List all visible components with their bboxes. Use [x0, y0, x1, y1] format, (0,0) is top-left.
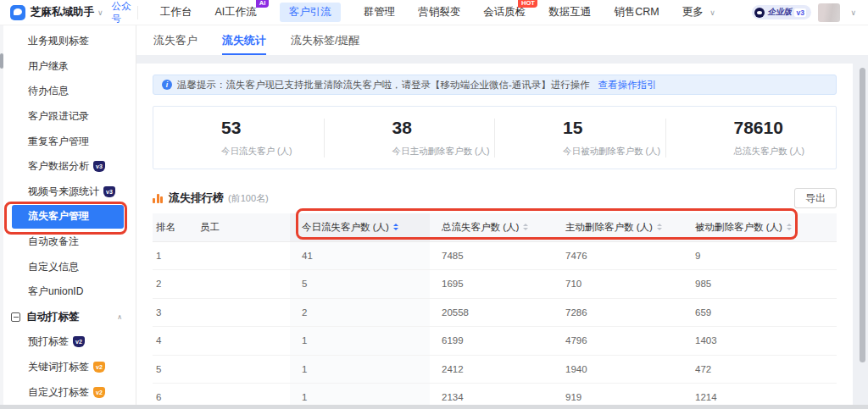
nav-item-workbench[interactable]: 工作台: [160, 5, 192, 19]
collapse-chevron-up-icon[interactable]: ∧: [117, 313, 122, 321]
sidebar-item-churned-customer-management-wrap: 流失客户管理: [0, 204, 136, 229]
nav-item-marketing-fission[interactable]: 营销裂变: [418, 5, 460, 19]
table-row: 1 41 7485 7476 9: [153, 242, 837, 271]
sort-carets-icon[interactable]: [787, 221, 792, 233]
cell-rank: 4: [153, 335, 188, 345]
stat-today-passive-deleted: 15 今日被动删除客户数 (人): [495, 118, 665, 158]
sidebar-item-auto-remark[interactable]: 自动改备注: [0, 229, 136, 255]
sidebar-item-keyword-tagging[interactable]: 关键词打标签v2: [0, 355, 136, 380]
cell-active-del: 7476: [554, 251, 683, 261]
nav-item-sales-crm[interactable]: 销售CRM: [614, 5, 659, 19]
cell-passive-del: 985: [683, 279, 837, 289]
header-passive-deleted-sortable[interactable]: 被动删除客户数 (人): [683, 221, 837, 234]
sidebar-item-pre-tagging[interactable]: 预打标签v2: [0, 329, 136, 355]
sidebar-scrollbar-thumb[interactable]: [0, 53, 3, 69]
v3-badge-icon: v3: [93, 161, 105, 172]
sidebar-item-business-rule-tags[interactable]: 业务规则标签: [0, 29, 136, 54]
ranking-subtitle: (前100名): [228, 192, 269, 205]
ranking-table: 排名 员工 今日流失客户数 (人) 总流失客户数 (人) 主动删除客户数 (人)…: [153, 213, 837, 406]
plan-badge: 企业版 v3: [752, 5, 811, 19]
cell-active-del: 7286: [554, 307, 683, 318]
section-icon: [11, 312, 20, 322]
stat-value: 38: [392, 118, 495, 138]
sidebar-item-custom-tagging[interactable]: 自定义打标签v2: [0, 379, 136, 405]
nav-item-chat-inspection[interactable]: 会话质检HOT: [483, 5, 526, 19]
sidebar-item-duplicate-customers[interactable]: 重复客户管理: [0, 129, 136, 154]
tab-churned-customers[interactable]: 流失客户: [153, 25, 198, 55]
header-total-churned-sortable[interactable]: 总流失客户数 (人): [430, 221, 554, 234]
header-rank: 排名: [153, 221, 188, 234]
ranking-section-header: 流失排行榜 (前100名) 导出: [153, 187, 837, 209]
user-chevron-down-icon[interactable]: ∨: [850, 8, 856, 17]
sidebar-item-user-inheritance[interactable]: 用户继承: [0, 54, 136, 80]
ai-badge: AI: [256, 0, 269, 8]
ranking-title: 流失排行榜: [169, 191, 224, 206]
sidebar-item-followup-records[interactable]: 客户跟进记录: [0, 104, 136, 130]
cell-total: 6199: [430, 335, 554, 345]
cell-total: 2412: [430, 364, 554, 374]
stat-label: 今日流失客户 (人): [221, 146, 324, 158]
cell-active-del: 710: [554, 279, 683, 289]
sort-carets-icon[interactable]: [523, 221, 528, 233]
header-today-churned-sortable[interactable]: 今日流失客户数 (人): [290, 213, 430, 241]
sort-carets-icon[interactable]: [657, 221, 662, 233]
main-scrollbar-thumb[interactable]: [860, 68, 865, 362]
header-active-deleted-sortable[interactable]: 主动删除客户数 (人): [554, 221, 683, 234]
cell-active-del: 1940: [554, 364, 683, 374]
tab-churn-statistics[interactable]: 流失统计: [222, 25, 266, 55]
nav-item-data-interchange[interactable]: 数据互通: [548, 5, 591, 19]
plan-version-badge: v3: [794, 8, 806, 17]
nav-item-customer-acquisition[interactable]: 客户引流: [280, 3, 341, 22]
stats-summary-card: 53 今日流失客户 (人) 38 今日主动删除客户数 (人) 15 今日被动删除…: [153, 106, 837, 169]
brand-chevron-down-icon[interactable]: ∨: [97, 8, 103, 17]
sidebar-scrollbar-track[interactable]: [0, 25, 3, 409]
main-content-area: 流失客户 流失统计 流失标签/提醒 i 温馨提示：流失客户现已支持批量清除流失客…: [136, 25, 868, 409]
cell-today: 5: [290, 270, 430, 298]
bar-chart-icon: [153, 194, 163, 203]
export-button[interactable]: 导出: [794, 188, 837, 208]
stat-value: 53: [221, 118, 324, 138]
cell-passive-del: 1403: [683, 335, 837, 345]
horizontal-scrollbar[interactable]: [0, 405, 868, 409]
churn-statistics-panel: i 温馨提示：流失客户现已支持批量清除流失客户啦，请登录【移动端企业微信-通讯录…: [136, 64, 853, 406]
account-type-link[interactable]: 公众号: [112, 0, 136, 25]
v2-badge-icon: v2: [93, 362, 105, 373]
notice-banner: i 温馨提示：流失客户现已支持批量清除流失客户啦，请登录【移动端企业微信-通讯录…: [153, 75, 837, 95]
tab-bar: 流失客户 流失统计 流失标签/提醒: [136, 25, 868, 55]
sort-carets-icon[interactable]: [393, 221, 398, 233]
user-avatar[interactable]: [818, 3, 840, 22]
notice-text: 温馨提示：流失客户现已支持批量清除流失客户啦，请登录【移动端企业微信-通讯录】进…: [177, 79, 590, 91]
sidebar-item-todo-info[interactable]: 待办信息: [0, 79, 136, 104]
cell-today: 1: [290, 327, 430, 355]
nav-item-group-management[interactable]: 群管理: [364, 5, 396, 19]
tab-churn-tags-reminders[interactable]: 流失标签/提醒: [291, 25, 360, 55]
sidebar-item-churned-customer-management[interactable]: 流失客户管理: [12, 205, 124, 229]
table-row: 3 2 20558 7286 659: [153, 299, 837, 328]
stat-value: 15: [563, 118, 665, 138]
sidebar-item-custom-info[interactable]: 自定义信息: [0, 254, 136, 279]
cell-total: 2134: [430, 392, 554, 402]
nav-item-ai-workflow[interactable]: AI工作流AI: [215, 5, 257, 19]
notice-guide-link[interactable]: 查看操作指引: [598, 79, 657, 91]
cell-rank: 1: [153, 251, 188, 261]
main-scrollbar-track[interactable]: [860, 66, 865, 402]
cell-rank: 2: [153, 279, 188, 289]
info-icon: i: [162, 80, 172, 90]
table-row: 5 1 2412 1940 472: [153, 356, 837, 384]
sidebar-item-customer-unionid[interactable]: 客户unionID: [0, 279, 136, 305]
sidebar-section-auto-tagging[interactable]: 自动打标签 ∧: [0, 305, 136, 330]
table-row: 4 1 6199 4796 1403: [153, 327, 837, 356]
nav-item-more[interactable]: 更多 ∨: [682, 5, 715, 19]
cell-rank: 3: [153, 307, 188, 318]
cell-passive-del: 9: [683, 251, 837, 261]
sidebar-item-video-source-stats[interactable]: 视频号来源统计v3: [0, 180, 136, 205]
stat-today-active-deleted: 38 今日主动删除客户数 (人): [325, 118, 495, 158]
brand-area: 芝麻私域助手 ∨ 公众号: [0, 0, 136, 25]
sidebar-menu: 业务规则标签 用户继承 待办信息 客户跟进记录 重复客户管理 客户数据分析v3 …: [0, 25, 136, 409]
top-nav-menu: 工作台 AI工作流AI 客户引流 群管理 营销裂变 会话质检HOT 数据互通 销…: [142, 3, 752, 22]
v3-badge-icon: v3: [103, 186, 115, 197]
stat-label: 总流失客户数 (人): [734, 146, 837, 158]
sidebar-item-customer-data-analysis[interactable]: 客户数据分析v3: [0, 154, 136, 180]
app-title: 芝麻私域助手: [31, 5, 94, 19]
topbar-user-area: 企业版 v3 ∨: [752, 3, 868, 22]
